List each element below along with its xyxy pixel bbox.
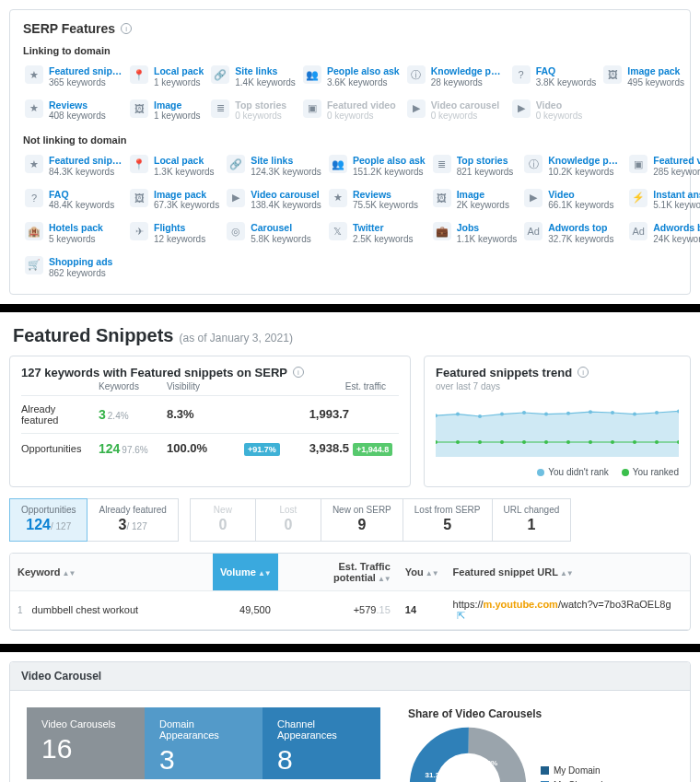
feature-icon: 💼 (433, 222, 451, 240)
serp-feature-item[interactable]: 🖼Image pack67.3K keywords (128, 185, 221, 216)
serp-feature-item[interactable]: ?FAQ3.8K keywords (510, 62, 599, 92)
fs-tab[interactable]: Lost from SERP5 (402, 498, 493, 542)
serp-feature-item[interactable]: ▶Video carousel138.4K keywords (225, 185, 323, 216)
serp-feature-item[interactable]: ◎Carousel5.8K keywords (225, 218, 323, 249)
serp-feature-item[interactable]: 🔗Site links1.4K keywords (209, 62, 298, 92)
serp-feature-item[interactable]: ★Reviews75.5K keywords (327, 185, 427, 216)
serp-feature-item[interactable]: ✈Flights12 keywords (128, 218, 221, 249)
serp-feature-item[interactable]: ▣Featured video285 keywords (627, 151, 700, 181)
notlinking-grid: ★Featured snippet84.3K keywords📍Local pa… (23, 151, 677, 282)
feature-icon: ★ (329, 189, 347, 207)
external-link-icon[interactable]: ⇱ (457, 610, 465, 621)
fs-tab[interactable]: New on SERP9 (321, 498, 403, 542)
feature-icon: ▣ (303, 99, 321, 118)
serp-feature-item[interactable]: ⚡Instant answer5.1K keywords (627, 185, 700, 216)
feature-name: Image (457, 189, 509, 201)
table-row[interactable]: 1dumbbell chest workout 49,500 +579.15 1… (10, 591, 690, 630)
serp-feature-item[interactable]: ≣Top stories0 keywords (209, 96, 298, 126)
feature-icon: ▶ (407, 99, 426, 118)
feature-name: People also ask (353, 155, 426, 167)
serp-feature-item[interactable]: ★Featured snippet365 keywords (23, 62, 124, 92)
feature-icon: ▶ (524, 189, 542, 207)
serp-feature-item[interactable]: 📍Local pack1 keywords (128, 62, 205, 92)
feature-name: Adwords top (548, 222, 613, 234)
fs-tabs: Opportunities124/ 127Already featured3/ … (9, 498, 691, 542)
serp-feature-item[interactable]: 🏨Hotels pack5 keywords (23, 218, 124, 249)
serp-feature-item[interactable]: 🖼Image pack495 keywords (601, 62, 686, 92)
serp-feature-item[interactable]: ▶Video carousel0 keywords (405, 96, 507, 126)
feature-icon: 🏨 (25, 222, 43, 240)
serp-feature-item[interactable]: ▶Video0 keywords (510, 96, 599, 126)
info-icon[interactable]: i (578, 367, 589, 378)
tab-count: 0 (284, 517, 292, 532)
svg-point-17 (522, 440, 526, 444)
row-url[interactable]: https://m.youtube.com/watch?v=7bo3RaOEL8… (446, 591, 690, 630)
feature-icon: ▶ (512, 99, 531, 118)
info-icon[interactable]: i (121, 23, 132, 34)
serp-feature-item[interactable]: ⓘKnowledge panel28 keywords (405, 62, 507, 92)
fs-tab[interactable]: URL changed1 (492, 498, 572, 542)
serp-feature-item[interactable]: 💼Jobs1.1K keywords (431, 218, 519, 249)
separator (0, 304, 700, 312)
col-keyword[interactable]: Keyword▲▼ (10, 554, 213, 591)
feature-count: 1.1K keywords (457, 234, 518, 245)
stat-label: Channel Appearances (277, 718, 366, 741)
svg-point-14 (456, 440, 460, 444)
serp-feature-item[interactable]: AdAdwords bottom24K keywords (627, 218, 700, 249)
fs-heading-text: Featured Snippets (13, 325, 173, 346)
fs-tab[interactable]: New0 (190, 498, 256, 542)
feature-name: Image (154, 99, 201, 111)
vc-stat: Video Carousels16 (27, 707, 145, 779)
serp-feature-item[interactable]: AdAdwords top32.7K keywords (522, 218, 624, 249)
feature-name: Image pack (627, 65, 684, 77)
col-etp[interactable]: Est. Traffic potential▲▼ (278, 554, 398, 591)
row-label: Already featured (21, 403, 95, 426)
serp-feature-item[interactable]: ★Featured snippet84.3K keywords (23, 151, 124, 181)
row-you[interactable]: 14 (398, 591, 446, 630)
fs-trend-title: Featured snippets trend (436, 366, 572, 379)
legend-item: My Domain (541, 764, 602, 778)
feature-count: 495 keywords (627, 77, 684, 88)
feature-count: 0 keywords (327, 111, 396, 122)
svg-point-21 (611, 440, 614, 444)
serp-feature-item[interactable]: 🛒Shopping ads862 keywords (23, 252, 124, 283)
video-carousel-panel: Video Carousel Video Carousels16Domain A… (9, 661, 691, 782)
col-volume[interactable]: Volume▲▼ (213, 554, 278, 591)
info-icon[interactable]: i (293, 367, 304, 378)
serp-feature-item[interactable]: ▣Featured video0 keywords (301, 96, 402, 126)
feature-icon: Ad (629, 222, 648, 240)
serp-feature-item[interactable]: 🔗Site links124.3K keywords (225, 151, 323, 181)
serp-feature-item[interactable]: 👥People also ask3.6K keywords (301, 62, 402, 92)
feature-count: 84.3K keywords (49, 167, 122, 178)
col-you[interactable]: You▲▼ (398, 554, 446, 591)
serp-feature-item[interactable]: ?FAQ48.4K keywords (23, 185, 124, 216)
fs-tab[interactable]: Opportunities124/ 127 (9, 498, 88, 542)
serp-feature-item[interactable]: 𝕏Twitter2.5K keywords (327, 218, 427, 249)
est-change-chip: +1,944.8 (353, 443, 392, 456)
tab-count: 0 (218, 517, 227, 532)
serp-feature-item[interactable]: 📍Local pack1.3K keywords (128, 151, 221, 181)
feature-count: 3.8K keywords (536, 77, 597, 88)
serp-feature-item[interactable]: ★Reviews408 keywords (23, 96, 124, 126)
vis-change-chip: +91.7% (244, 443, 280, 456)
feature-count: 5.1K keywords (653, 200, 700, 211)
serp-feature-item[interactable]: 🖼Image2K keywords (431, 185, 519, 216)
svg-point-3 (500, 412, 504, 415)
stat-label: Video Carousels (41, 718, 130, 729)
feature-icon: 🔗 (211, 65, 229, 84)
serp-feature-item[interactable]: 👥People also ask151.2K keywords (327, 151, 427, 181)
col-url[interactable]: Featured snippet URL▲▼ (446, 554, 690, 591)
serp-feature-item[interactable]: ▶Video66.1K keywords (522, 185, 624, 216)
serp-feature-item[interactable]: ≣Top stories821 keywords (431, 151, 519, 181)
row-kw: 124 (99, 441, 120, 456)
serp-feature-item[interactable]: ⓘKnowledge panel10.2K keywords (522, 151, 624, 181)
feature-icon: 🖼 (603, 65, 622, 84)
feature-icon: ? (25, 189, 43, 207)
vc-stats: Video Carousels16Domain Appearances3Chan… (27, 707, 380, 779)
fs-tab[interactable]: Lost0 (255, 498, 321, 542)
fs-asof: (as of January 3, 2021) (179, 332, 292, 344)
serp-feature-item[interactable]: 🖼Image1 keywords (128, 96, 205, 126)
svg-point-5 (544, 412, 548, 415)
fs-tab[interactable]: Already featured3/ 127 (87, 498, 178, 542)
feature-count: 365 keywords (49, 77, 122, 88)
